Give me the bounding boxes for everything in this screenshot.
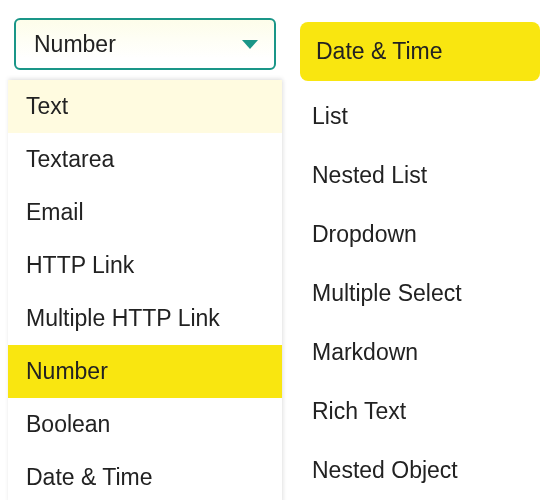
option-item[interactable]: HTTP Link <box>8 239 282 292</box>
option-item[interactable]: Boolean <box>8 398 282 451</box>
chevron-down-icon <box>242 40 258 49</box>
option-item[interactable]: Number <box>8 345 282 398</box>
option-item[interactable]: Textarea <box>8 133 282 186</box>
type-options-list: TextTextareaEmailHTTP LinkMultiple HTTP … <box>8 80 282 500</box>
option-item[interactable]: Multiple HTTP Link <box>8 292 282 345</box>
option-item[interactable]: Nested Object <box>290 441 550 500</box>
option-item[interactable]: List <box>290 87 550 146</box>
type-select-current: Number <box>34 31 116 58</box>
option-item[interactable]: Text <box>8 80 282 133</box>
option-item[interactable]: Date & Time <box>300 22 540 81</box>
right-panel: Date & TimeListNested ListDropdownMultip… <box>290 0 550 500</box>
type-select-trigger[interactable]: Number <box>14 18 276 70</box>
left-panel: Number TextTextareaEmailHTTP LinkMultipl… <box>0 0 290 500</box>
option-item[interactable]: Nested List <box>290 146 550 205</box>
type-options-list-continued: Date & TimeListNested ListDropdownMultip… <box>290 22 550 500</box>
option-item[interactable]: Dropdown <box>290 205 550 264</box>
option-item[interactable]: Date & Time <box>8 451 282 500</box>
option-item[interactable]: Multiple Select <box>290 264 550 323</box>
option-item[interactable]: Rich Text <box>290 382 550 441</box>
option-item[interactable]: Email <box>8 186 282 239</box>
option-item[interactable]: Markdown <box>290 323 550 382</box>
